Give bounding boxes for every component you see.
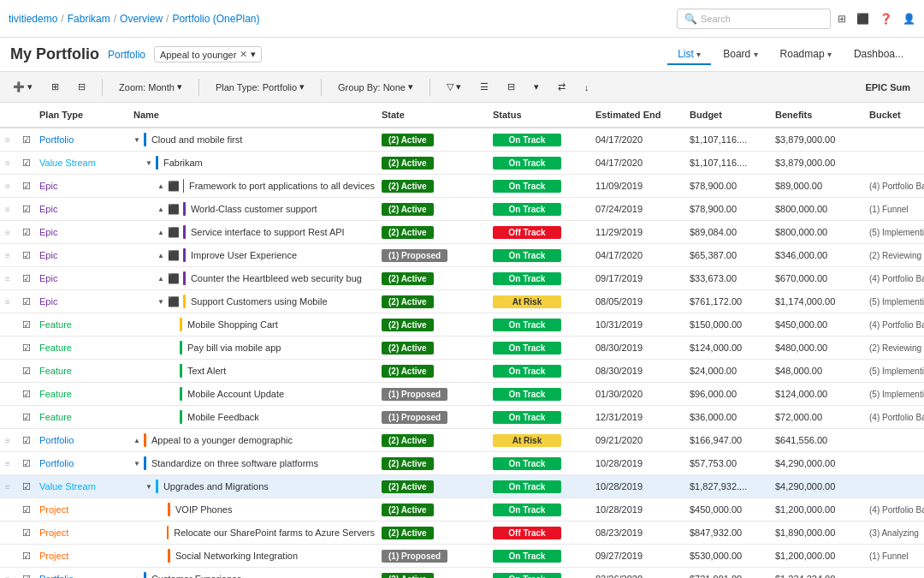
row-name[interactable]: ▼ Upgrades and Migrations	[130, 480, 378, 493]
row-checkbox[interactable]: ☑	[19, 134, 36, 146]
table-row[interactable]: ≡ ☑ Epic ▲ ⬛ Improve User Experience (1)…	[0, 244, 924, 267]
col-benefits[interactable]: Benefits	[772, 110, 866, 120]
expand-icon[interactable]: ▲	[157, 229, 164, 236]
row-checkbox[interactable]: ☑	[19, 158, 36, 169]
row-name[interactable]: ▲ Customer Experience	[130, 572, 378, 578]
row-checkbox[interactable]: ☑	[19, 412, 36, 423]
table-row[interactable]: ☑ Feature Mobile Account Update (1) Prop…	[0, 383, 924, 406]
table-row[interactable]: ☑ Feature Mobile Feedback (1) Proposed O…	[0, 406, 924, 429]
table-row[interactable]: ☑ Project VOIP Phones (2) Active On Trac…	[0, 498, 924, 521]
col-budget[interactable]: Budget	[686, 110, 772, 120]
row-drag-handle[interactable]: ≡	[2, 205, 19, 214]
expand-icon[interactable]: ▲	[133, 575, 140, 579]
hide-cols-button[interactable]: ⊟	[501, 78, 521, 96]
row-name[interactable]: ▲ ⬛ World-Class customer support	[130, 202, 378, 216]
row-drag-handle[interactable]: ≡	[2, 436, 19, 445]
row-name[interactable]: Mobile Shopping Cart	[130, 318, 378, 331]
help-icon[interactable]: ❓	[880, 13, 892, 25]
col-status[interactable]: Status	[489, 110, 592, 120]
row-name[interactable]: ▼ Standardize on three software platform…	[130, 456, 378, 470]
table-row[interactable]: ≡ ☑ Epic ▲ ⬛ Framework to port applicati…	[0, 175, 924, 198]
row-checkbox[interactable]: ☑	[19, 343, 36, 354]
table-row[interactable]: ≡ ☑ Portfolio ▲ Customer Experience (2) …	[0, 568, 924, 578]
row-checkbox[interactable]: ☑	[19, 250, 36, 261]
filter-tag[interactable]: Appeal to younger ✕ ▾	[154, 46, 262, 63]
row-name[interactable]: Mobile Account Update	[130, 387, 378, 401]
filter-dropdown-icon[interactable]: ▾	[251, 49, 256, 60]
row-name[interactable]: VOIP Phones	[130, 503, 378, 516]
row-name[interactable]: Relocate our SharePoint farms to Azure S…	[130, 526, 378, 539]
row-name[interactable]: ▼ Cloud and mobile first	[130, 133, 378, 146]
expand-button[interactable]: ⊞	[45, 78, 65, 96]
tab-board[interactable]: Board ▾	[713, 45, 767, 65]
row-checkbox[interactable]: ☑	[19, 273, 36, 284]
add-button[interactable]: ➕ ▾	[7, 78, 38, 96]
breadcrumb-item-1[interactable]: tivitiedemo	[9, 13, 57, 25]
expand-icon[interactable]: ▲	[157, 182, 164, 190]
expand-icon[interactable]: ▼	[145, 159, 152, 167]
row-checkbox[interactable]: ☑	[19, 227, 36, 238]
table-row[interactable]: ≡ ☑ Epic ▲ ⬛ Counter the Heartbleed web …	[0, 267, 924, 290]
breadcrumb-item-2[interactable]: Fabrikam	[68, 13, 110, 25]
view-cols-button[interactable]: ☰	[474, 78, 495, 96]
row-name[interactable]: ▲ ⬛ Improve User Experience	[130, 248, 378, 262]
row-checkbox[interactable]: ☑	[19, 504, 36, 515]
row-drag-handle[interactable]: ≡	[2, 135, 19, 145]
expand-icon[interactable]: ▲	[157, 206, 164, 213]
table-row[interactable]: ≡ ☑ Epic ▲ ⬛ Service interface to suppor…	[0, 221, 924, 244]
group-by-button[interactable]: Group By: None ▾	[332, 78, 419, 96]
format-button[interactable]: ▾	[528, 78, 545, 96]
row-name[interactable]: ▲ Appeal to a younger demographic	[130, 433, 378, 447]
row-drag-handle[interactable]: ≡	[2, 158, 19, 168]
row-drag-handle[interactable]: ≡	[2, 459, 19, 468]
table-row[interactable]: ≡ ☑ Portfolio ▼ Cloud and mobile first (…	[0, 128, 924, 152]
row-checkbox[interactable]: ☑	[19, 181, 36, 192]
table-row[interactable]: ☑ Feature Text Alert (2) Active On Track…	[0, 360, 924, 383]
apps-icon[interactable]: ⬛	[856, 13, 869, 25]
export-button[interactable]: ↓	[578, 79, 595, 96]
table-row[interactable]: ☑ Feature Pay bill via mobile app (2) Ac…	[0, 337, 924, 360]
row-checkbox[interactable]: ☑	[19, 481, 36, 492]
row-checkbox[interactable]: ☑	[19, 458, 36, 469]
expand-icon[interactable]: ▼	[133, 460, 140, 468]
row-name[interactable]: ▲ ⬛ Framework to port applications to al…	[130, 179, 378, 193]
row-checkbox[interactable]: ☑	[19, 389, 36, 400]
row-drag-handle[interactable]: ≡	[2, 251, 19, 260]
grid-icon[interactable]: ⊞	[838, 13, 846, 25]
expand-icon[interactable]: ▼	[145, 483, 152, 491]
table-row[interactable]: ≡ ☑ Epic ▼ ⬛ Support Customers using Mob…	[0, 290, 924, 313]
table-row[interactable]: ≡ ☑ Portfolio ▼ Standardize on three sof…	[0, 452, 924, 475]
breadcrumb-item-3[interactable]: Overview	[120, 13, 163, 25]
table-row[interactable]: ☑ Project Relocate our SharePoint farms …	[0, 521, 924, 545]
filter-button[interactable]: ▽ ▾	[441, 78, 467, 96]
row-checkbox[interactable]: ☑	[19, 319, 36, 331]
row-name[interactable]: ▲ ⬛ Counter the Heartbleed web security …	[130, 271, 378, 285]
plan-type-button[interactable]: Plan Type: Portfolio ▾	[210, 78, 311, 96]
breadcrumb-item-4[interactable]: Portfolio (OnePlan)	[172, 13, 259, 25]
row-drag-handle[interactable]: ≡	[2, 274, 19, 283]
table-row[interactable]: ≡ ☑ Epic ▲ ⬛ World-Class customer suppor…	[0, 198, 924, 221]
expand-icon[interactable]: ▼	[133, 136, 140, 144]
table-row[interactable]: ≡ ☑ Portfolio ▲ Appeal to a younger demo…	[0, 429, 924, 452]
expand-icon[interactable]: ▼	[157, 298, 164, 306]
expand-icon[interactable]: ▲	[133, 437, 140, 444]
tab-roadmap[interactable]: Roadmap ▾	[770, 45, 842, 65]
zoom-button[interactable]: Zoom: Month ▾	[113, 78, 188, 96]
row-checkbox[interactable]: ☑	[19, 574, 36, 579]
row-name[interactable]: ▼ ⬛ Support Customers using Mobile	[130, 295, 378, 308]
row-name[interactable]: Text Alert	[130, 364, 378, 378]
col-plantype[interactable]: Plan Type	[36, 110, 130, 120]
col-state[interactable]: State	[378, 110, 489, 120]
row-name[interactable]: ▼ Fabrikam	[130, 156, 378, 170]
row-name[interactable]: Mobile Feedback	[130, 410, 378, 424]
collapse-button[interactable]: ⊟	[72, 78, 92, 96]
row-checkbox[interactable]: ☑	[19, 435, 36, 446]
user-icon[interactable]: 👤	[903, 13, 915, 25]
row-drag-handle[interactable]: ≡	[2, 575, 19, 579]
tab-dashboard[interactable]: Dashboa...	[844, 45, 914, 65]
table-row[interactable]: ≡ ☑ Value Stream ▼ Fabrikam (2) Active O…	[0, 152, 924, 175]
row-drag-handle[interactable]: ≡	[2, 182, 19, 191]
table-row[interactable]: ≡ ☑ Value Stream ▼ Upgrades and Migratio…	[0, 475, 924, 498]
row-name[interactable]: Pay bill via mobile app	[130, 341, 378, 355]
share-button[interactable]: ⇄	[552, 78, 572, 96]
